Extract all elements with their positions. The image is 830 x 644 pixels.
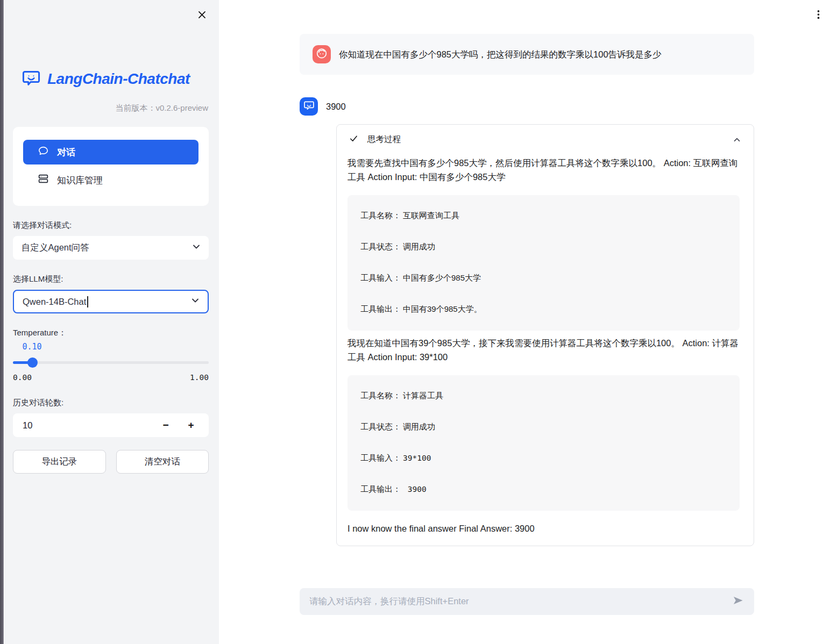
user-avatar <box>313 45 331 63</box>
kebab-menu-icon <box>813 8 824 23</box>
assistant-message: 3900 <box>300 97 754 116</box>
sidebar-item-dialogue[interactable]: 对话 <box>23 140 198 164</box>
sidebar-item-knowledge-base[interactable]: 知识库管理 <box>23 169 198 191</box>
history-rounds-input[interactable]: 10 − + <box>13 413 209 437</box>
chat-bubble-icon <box>38 145 49 159</box>
temperature-slider-thumb[interactable] <box>27 357 38 368</box>
llm-model-value: Qwen-14B-Chat <box>23 296 88 307</box>
assistant-answer-text: 3900 <box>326 100 346 113</box>
tool-row: 工具名称：计算器工具 <box>360 391 730 401</box>
expander-body: 我需要先查找中国有多少个985大学，然后使用计算器工具将这个数字乘以100。 A… <box>337 148 754 546</box>
brand-name: LangChain-Chatchat <box>47 70 190 88</box>
user-message: 你知道现在中国有多少个985大学吗，把这得到的结果的数字乘以100告诉我是多少 <box>300 34 754 75</box>
dialogue-mode-label: 请选择对话模式: <box>13 220 209 231</box>
temperature-value: 0.10 <box>22 342 41 352</box>
tool-row: 工具输入：中国有多少个985大学 <box>360 273 730 283</box>
llm-model-label: 选择LLM模型: <box>13 274 209 284</box>
slider-max-label: 1.00 <box>190 373 209 382</box>
check-icon <box>349 134 358 145</box>
final-answer-text: I now know the final answer Final Answer… <box>347 524 740 534</box>
chevron-down-icon <box>191 241 202 254</box>
expander-header[interactable]: 思考过程 <box>337 125 754 148</box>
tool-row: 工具输入：39*100 <box>360 453 730 463</box>
tool-call-card: 工具名称：计算器工具 工具状态：调用成功 工具输入：39*100 工具输出： 3… <box>347 375 740 511</box>
assistant-avatar <box>300 97 318 116</box>
text-cursor <box>87 296 88 307</box>
chevron-up-icon[interactable] <box>732 135 742 145</box>
sidebar-item-label: 对话 <box>57 146 75 159</box>
history-rounds-value[interactable]: 10 <box>23 420 160 431</box>
dialogue-mode-value: 自定义Agent问答 <box>22 242 89 254</box>
sidebar-close-button[interactable] <box>195 9 208 22</box>
assistant-bot-icon <box>303 99 315 113</box>
brand-logo-icon <box>20 68 42 90</box>
send-icon <box>731 593 745 610</box>
user-face-icon <box>315 47 328 62</box>
tool-row: 工具状态：调用成功 <box>360 422 730 432</box>
expander-title: 思考过程 <box>367 134 401 145</box>
window-edge-strip <box>0 0 4 644</box>
decrement-button[interactable]: − <box>160 419 172 431</box>
tool-row: 工具状态：调用成功 <box>360 242 730 252</box>
temperature-label: Temperature： <box>13 328 209 338</box>
llm-model-select[interactable]: Qwen-14B-Chat <box>13 290 209 313</box>
clear-dialogue-button[interactable]: 清空对话 <box>116 450 209 474</box>
chat-composer <box>300 588 754 615</box>
temperature-slider[interactable] <box>13 357 209 367</box>
kebab-menu-button[interactable] <box>811 8 825 23</box>
close-icon <box>197 10 207 22</box>
tool-row: 工具输出：中国有39个985大学。 <box>360 304 730 314</box>
tool-call-card: 工具名称：互联网查询工具 工具状态：调用成功 工具输入：中国有多少个985大学 … <box>347 195 740 331</box>
sidebar: LangChain-Chatchat 当前版本：v0.2.6-preview 对… <box>4 0 219 644</box>
plus-icon: + <box>188 419 194 431</box>
increment-button[interactable]: + <box>185 419 197 431</box>
version-text: 当前版本：v0.2.6-preview <box>13 103 209 113</box>
agent-thought-1: 我需要先查找中国有多少个985大学，然后使用计算器工具将这个数字乘以100。 A… <box>347 156 740 184</box>
slider-track[interactable] <box>13 361 209 364</box>
tool-row: 工具输出： 3900 <box>360 484 730 495</box>
knowledge-base-icon <box>38 173 49 187</box>
history-rounds-label: 历史对话轮数: <box>13 398 209 408</box>
send-button[interactable] <box>731 593 745 610</box>
export-records-button[interactable]: 导出记录 <box>13 450 106 474</box>
agent-thought-2: 我现在知道中国有39个985大学，接下来我需要使用计算器工具将这个数字乘以100… <box>347 336 740 364</box>
tool-row: 工具名称：互联网查询工具 <box>360 211 730 221</box>
nav-card: 对话 知识库管理 <box>13 127 209 206</box>
chevron-down-icon <box>190 295 201 308</box>
slider-min-label: 0.00 <box>13 373 32 382</box>
chat-area: 你知道现在中国有多少个985大学吗，把这得到的结果的数字乘以100告诉我是多少 … <box>300 0 754 615</box>
minus-icon: − <box>162 419 168 431</box>
sidebar-item-label: 知识库管理 <box>57 174 103 187</box>
brand-logo: LangChain-Chatchat <box>20 0 209 90</box>
user-message-text: 你知道现在中国有多少个985大学吗，把这得到的结果的数字乘以100告诉我是多少 <box>339 48 662 61</box>
thought-process-expander: 思考过程 我需要先查找中国有多少个985大学，然后使用计算器工具将这个数字乘以1… <box>336 124 754 546</box>
dialogue-mode-select[interactable]: 自定义Agent问答 <box>13 236 209 260</box>
chat-input[interactable] <box>303 596 731 606</box>
